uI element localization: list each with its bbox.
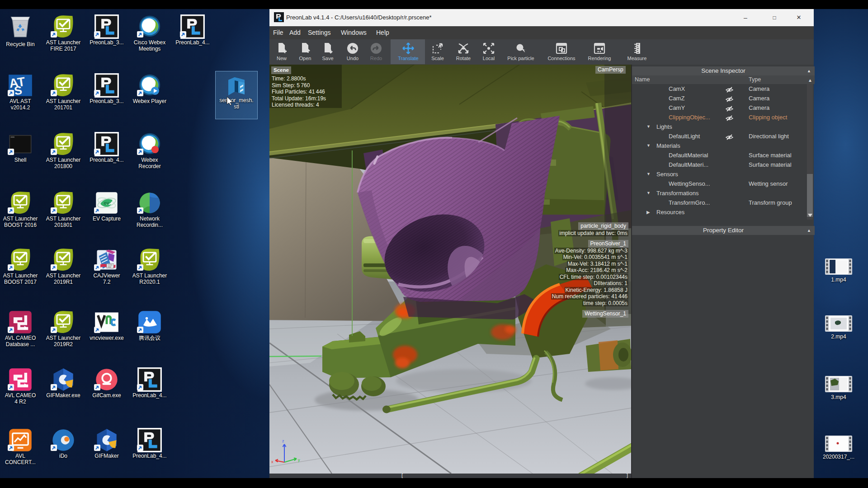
- svg-text:z: z: [282, 439, 284, 443]
- svg-text:y: y: [298, 458, 300, 462]
- svg-text:x: x: [271, 460, 274, 464]
